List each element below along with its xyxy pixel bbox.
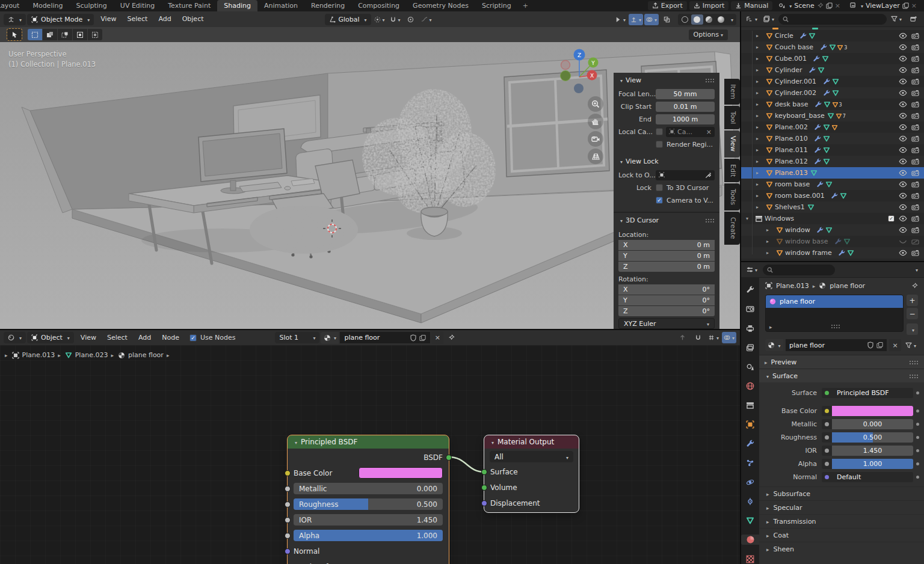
pin-icon[interactable] <box>448 334 455 341</box>
outliner-search-input[interactable] <box>778 14 887 25</box>
socket-indicator[interactable] <box>822 446 832 456</box>
disclosure-triangle-icon[interactable]: ▸ <box>756 170 765 176</box>
navigation-gizmo[interactable]: Z Y X <box>556 48 602 94</box>
hide-eye-icon[interactable] <box>899 204 907 210</box>
copy-icon[interactable] <box>419 334 426 342</box>
outliner-row[interactable]: ▸ Plane.010 ✓ <box>741 133 924 144</box>
tab-physics[interactable] <box>741 477 759 487</box>
chevron-down-icon[interactable] <box>914 266 918 274</box>
panel-grip[interactable] <box>909 374 919 378</box>
falloff-dropdown[interactable] <box>419 14 434 25</box>
outliner-row[interactable]: ▸ Cylinder.001 ✓ <box>741 76 924 87</box>
property-field[interactable]: Default <box>832 472 913 482</box>
collection-exclude-checkbox[interactable]: ✓ <box>888 215 895 222</box>
mode-dropdown[interactable]: Object Mode <box>27 14 94 25</box>
node-input-row[interactable]: Subsurface <box>294 560 443 564</box>
hide-eye-icon[interactable] <box>899 32 907 39</box>
node-canvas[interactable]: Principled BSDF BSDF Base Color <box>0 345 740 564</box>
render-camera-icon[interactable] <box>911 135 919 142</box>
input-socket[interactable] <box>285 533 291 539</box>
object-name[interactable]: Plane.011 <box>775 146 808 154</box>
disclosure-triangle-icon[interactable]: ▸ <box>756 159 765 164</box>
material-name-field[interactable]: plane floor <box>340 332 430 343</box>
disclosure-triangle-icon[interactable]: ▾ <box>746 216 754 221</box>
node-input-row[interactable]: Volume <box>490 480 573 494</box>
camera-view-button[interactable] <box>588 131 603 147</box>
remove-slot-button[interactable]: − <box>907 308 918 319</box>
node-input-row[interactable]: Base Color <box>294 466 443 480</box>
color-swatch[interactable] <box>359 467 443 479</box>
property-field[interactable]: Principled BSDF <box>832 388 913 398</box>
outliner-row[interactable]: ▸ Cylinder.002 ✓ <box>741 87 924 99</box>
display-mode-dropdown[interactable] <box>745 13 759 25</box>
decorator-dot[interactable] <box>916 423 919 426</box>
disclosure-triangle-icon[interactable]: ▸ <box>756 56 765 61</box>
menu-item[interactable]: Object <box>177 11 209 27</box>
render-camera-icon[interactable] <box>911 181 919 188</box>
hide-eye-icon[interactable] <box>899 170 907 176</box>
render-camera-icon[interactable] <box>911 147 919 153</box>
object-name[interactable]: Circle <box>775 32 793 40</box>
tab-output[interactable] <box>741 323 759 334</box>
hide-eye-icon[interactable] <box>899 78 907 85</box>
outliner-row[interactable]: ▸ keyboard_base 7 <box>741 110 924 121</box>
xray-toggle[interactable] <box>660 14 674 25</box>
hide-eye-icon[interactable] <box>899 158 907 165</box>
object-name[interactable]: Plane.012 <box>775 158 808 165</box>
menu-item[interactable]: View <box>95 11 122 27</box>
lock-to-object-field[interactable] <box>656 170 715 180</box>
tab-texture[interactable] <box>741 554 759 564</box>
menu-item[interactable]: Add <box>153 11 176 27</box>
select-subtract-button[interactable] <box>58 29 72 40</box>
snap-toggle[interactable] <box>388 14 402 25</box>
outliner-row[interactable]: ▸ Couch base 3 ✓ <box>741 41 924 53</box>
view-lock-title[interactable]: View Lock <box>626 158 659 165</box>
rendered-shading-button[interactable] <box>715 14 727 25</box>
sidebar-tab[interactable]: Tool <box>724 106 740 129</box>
disclosure-triangle-icon[interactable]: ▸ <box>766 227 775 233</box>
lock-3d-cursor-checkbox[interactable] <box>656 184 663 191</box>
view-panel-title[interactable]: View <box>626 76 641 84</box>
socket-indicator[interactable] <box>822 388 832 398</box>
socket-indicator[interactable] <box>822 406 832 416</box>
axis-value-field[interactable]: Z 0 m <box>618 262 715 272</box>
node-input-row[interactable]: Metallic 0.000 <box>294 482 443 495</box>
collapsed-panel-header[interactable]: Specular <box>759 500 924 514</box>
sidebar-tab[interactable]: View <box>724 130 740 157</box>
hide-eye-icon[interactable] <box>899 67 907 73</box>
object-name[interactable]: room base <box>775 180 810 188</box>
disclosure-triangle-icon[interactable]: ▸ <box>756 102 765 107</box>
panel-grip[interactable] <box>705 218 715 222</box>
tab-render[interactable] <box>741 304 759 314</box>
collapsed-panel-header[interactable]: Sheen <box>759 542 924 556</box>
render-camera-icon[interactable] <box>911 204 919 210</box>
hide-eye-icon[interactable] <box>899 55 907 62</box>
node-header[interactable]: Principled BSDF <box>288 435 449 449</box>
axis-neg-z-ball[interactable] <box>574 84 584 93</box>
outliner-row[interactable]: ▸ desk base 3 ✓ <box>741 99 924 110</box>
node-input-row[interactable]: Displacement <box>490 496 573 510</box>
use-nodes-checkbox[interactable]: ✓ <box>189 334 197 342</box>
object-name[interactable]: desk base <box>775 100 808 108</box>
rotation-order-dropdown[interactable]: XYZ Euler <box>618 318 715 329</box>
property-field[interactable]: 1.450 <box>832 446 913 456</box>
pin-icon[interactable] <box>817 2 824 9</box>
fake-user-shield-icon[interactable] <box>867 342 873 349</box>
menu-item[interactable]: Select <box>122 11 153 27</box>
render-camera-icon[interactable] <box>911 78 919 85</box>
outliner-row[interactable]: ▸ room base.001 ✓ <box>741 190 924 201</box>
object-name[interactable]: room base.001 <box>775 192 825 200</box>
workspace-tab[interactable]: UV Editing <box>114 0 161 11</box>
socket-indicator[interactable] <box>822 459 832 469</box>
axis-value-field[interactable]: Z 0° <box>618 306 715 316</box>
tab-constraints[interactable] <box>741 496 759 506</box>
options-button[interactable]: Options <box>689 29 728 40</box>
collapse-chevron-icon[interactable] <box>618 158 623 165</box>
decorator-dot[interactable] <box>916 391 919 394</box>
sidebar-tab[interactable]: Edit <box>724 159 740 182</box>
render-region-checkbox[interactable] <box>656 141 663 148</box>
object-name[interactable]: Cylinder.002 <box>775 89 816 97</box>
outliner-row[interactable]: ▸ window ✓ <box>741 224 924 236</box>
workspace-tab[interactable]: Modeling <box>26 0 69 11</box>
tab-world[interactable] <box>741 381 759 391</box>
